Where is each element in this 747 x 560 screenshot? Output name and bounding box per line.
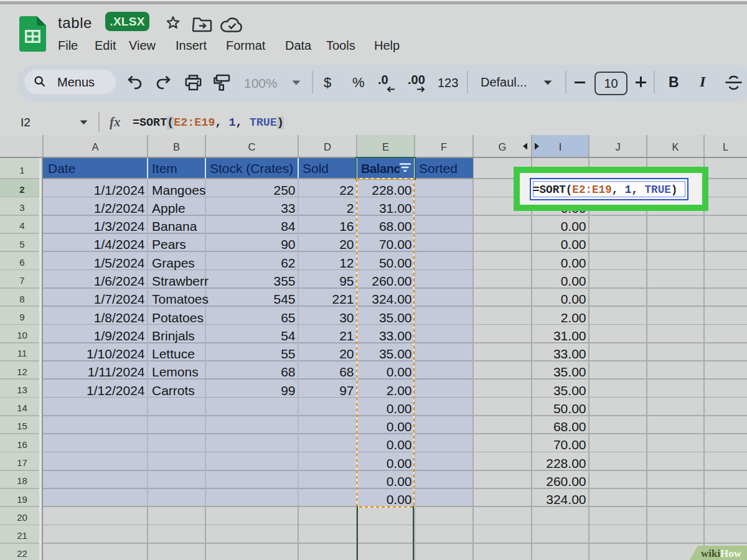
svg-text:wiki: wiki: [701, 548, 720, 559]
svg-text:How: How: [720, 548, 742, 559]
